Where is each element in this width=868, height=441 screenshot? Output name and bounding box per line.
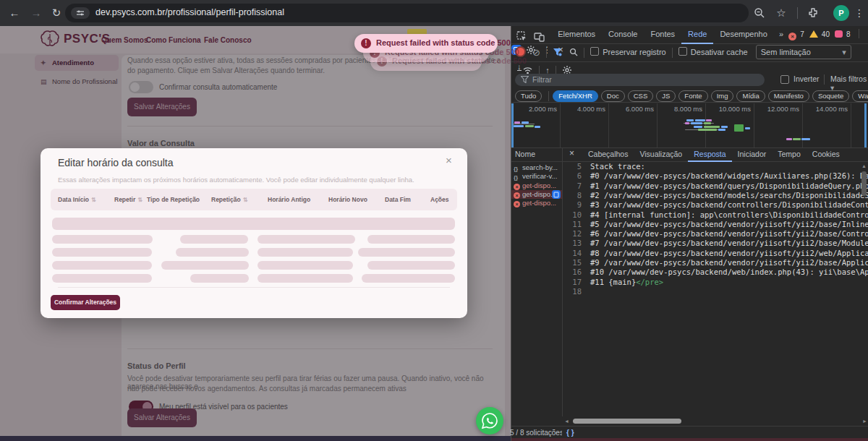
timeline-handle-right[interactable] <box>864 103 867 147</box>
code-segment: #0 /var/www/dev-psycs/backend/widgets/Au… <box>590 171 868 180</box>
zoom-icon[interactable] <box>751 0 768 26</box>
network-overview-timeline[interactable]: 2.000 ms4.000 ms6.000 ms8.000 ms10.000 m… <box>511 103 868 148</box>
type-chip-soquete[interactable]: Soquete <box>812 90 849 102</box>
waterfall-bar <box>786 138 792 140</box>
reload-icon[interactable]: ↻ <box>48 0 65 26</box>
type-chip-wasm[interactable]: Wasm <box>852 90 868 102</box>
column-header-0[interactable]: Data Início⇅ <box>58 189 96 210</box>
type-chip-fetchxhr[interactable]: Fetch/XHR <box>553 90 597 102</box>
detail-tab-cookies[interactable]: Cookies <box>807 147 846 160</box>
request-row-2[interactable]: ×get-dispo... <box>511 181 562 190</box>
type-chip-mdia[interactable]: Mídia <box>736 90 765 102</box>
throttling-select[interactable]: Sem limitação▾ <box>756 45 851 59</box>
sort-icon[interactable]: ⇅ <box>137 197 142 203</box>
column-header-5[interactable]: Horário Novo <box>328 189 367 210</box>
chip-separator <box>548 91 549 101</box>
code-segment: #8 /var/www/dev-psycs/backend/vendor/yii… <box>590 249 868 257</box>
scroll-right-icon[interactable]: ► <box>862 416 867 426</box>
scroll-left-icon[interactable]: ◄ <box>564 416 569 426</box>
code-segment: #6 /var/www/dev-psycs/backend/vendor/yii… <box>590 229 868 238</box>
bookmark-star-icon[interactable]: ☆ <box>773 0 790 26</box>
line-number: 12 <box>563 229 582 238</box>
column-header-6[interactable]: Data Fim <box>385 189 411 210</box>
column-header-3[interactable]: Repetição⇅ <box>211 189 247 210</box>
type-chip-doc[interactable]: Doc <box>601 90 625 102</box>
error-badge-icon[interactable]: × <box>788 33 796 40</box>
column-label: Tipo de Repetição <box>147 196 200 203</box>
type-chip-img[interactable]: Img <box>711 90 734 102</box>
warning-badge-icon[interactable] <box>809 30 818 38</box>
sort-icon[interactable]: ⇅ <box>91 197 96 203</box>
preserve-log-checkbox[interactable] <box>590 47 599 56</box>
issues-badge-icon[interactable] <box>835 30 843 38</box>
detail-tab-cabeçalhos[interactable]: Cabeçalhos <box>582 147 634 160</box>
line-number: 9 <box>563 200 582 209</box>
modal-close-icon[interactable]: × <box>446 154 452 166</box>
column-header-2[interactable]: Tipo de Repetição <box>147 189 200 210</box>
toolbar-divider <box>797 7 798 19</box>
devtools-tab-fontes[interactable]: Fontes <box>644 26 681 43</box>
type-chip-css[interactable]: CSS <box>628 90 654 102</box>
detail-tab-resposta[interactable]: Resposta <box>688 147 731 162</box>
confirm-changes-button[interactable]: Confirmar Alterações <box>51 295 120 310</box>
disable-cache-checkbox[interactable] <box>678 47 687 56</box>
more-filters-label: Mais filtros <box>830 74 867 83</box>
inspect-element-icon[interactable] <box>516 31 527 42</box>
type-chip-js[interactable]: JS <box>656 90 676 102</box>
extensions-icon[interactable] <box>804 0 822 26</box>
line-number: 7 <box>563 181 582 190</box>
column-header-7[interactable]: Ações <box>430 189 449 210</box>
detail-tab-tempo[interactable]: Tempo <box>772 147 807 160</box>
clear-network-icon[interactable]: ⊘ <box>532 47 540 58</box>
column-header-4[interactable]: Horário Antigo <box>268 189 310 210</box>
waterfall-bar <box>514 121 520 124</box>
failed-request-icon: × <box>514 192 520 199</box>
search-network-icon[interactable] <box>569 48 578 56</box>
devtools-tab-rede[interactable]: Rede <box>681 26 713 44</box>
column-header-1[interactable]: Repetir⇅ <box>114 189 142 210</box>
request-row-1[interactable]: {}verificar-v... <box>511 172 562 181</box>
vertical-scrollbar[interactable]: ▲ <box>860 161 868 416</box>
detail-tab-iniciador[interactable]: Iniciador <box>732 147 773 160</box>
code-segment: #4 [internal function]: app\controllers\… <box>590 210 868 219</box>
type-chip-manifesto[interactable]: Manifesto <box>768 90 809 102</box>
back-icon[interactable]: ← <box>6 0 23 26</box>
profile-avatar[interactable]: P <box>833 5 849 21</box>
name-column-header[interactable]: Nome <box>515 150 535 158</box>
toolbar-separator-3 <box>672 48 673 58</box>
whatsapp-button[interactable] <box>476 407 503 434</box>
column-label: Repetir <box>114 196 135 203</box>
more-tabs-icon[interactable]: » <box>779 30 783 38</box>
sort-icon[interactable]: ⇅ <box>243 197 248 203</box>
browser-menu-icon[interactable]: ⋮ <box>852 0 867 26</box>
type-chip-fonte[interactable]: Fonte <box>678 90 707 102</box>
filter-funnel-icon[interactable] <box>553 48 562 56</box>
device-toolbar-icon[interactable] <box>534 31 545 42</box>
address-bar[interactable]: dev.psycs.com.br/profissional/perfil-pro… <box>65 4 749 22</box>
format-braces-icon[interactable]: { } <box>566 427 574 439</box>
devtools-tab-desempenho[interactable]: Desempenho <box>713 26 773 43</box>
invert-checkbox[interactable] <box>780 75 793 85</box>
forward-icon[interactable]: → <box>27 0 45 26</box>
close-detail-icon[interactable]: × <box>569 148 574 158</box>
request-row-0[interactable]: {}search-by... <box>511 163 562 172</box>
horizontal-scroll-thumb[interactable] <box>573 419 681 424</box>
type-chip-tudo[interactable]: Tudo <box>515 90 542 102</box>
code-line-11: 11#5 /var/www/dev-psycs/backend/vendor/y… <box>563 220 868 229</box>
detail-tab-visualização[interactable]: Visualização <box>634 147 688 160</box>
devtools-tab-console[interactable]: Console <box>602 26 644 43</box>
request-name: get-dispo... <box>522 190 556 198</box>
request-row-3[interactable]: ×get-dispo... <box>511 190 562 199</box>
vertical-scroll-thumb[interactable] <box>861 171 867 196</box>
timeline-gridline <box>657 103 658 147</box>
horizontal-scrollbar[interactable]: ◄ ► <box>563 416 868 426</box>
devtools-bottom-edge <box>511 438 868 441</box>
waterfall-bar <box>706 119 712 121</box>
network-filter-input[interactable]: Filtrar <box>515 74 765 86</box>
site-settings-icon[interactable] <box>71 7 90 19</box>
request-row-4[interactable]: ×get-dispo... <box>511 199 562 207</box>
har-row: ↓ <box>511 62 868 72</box>
devtools-tab-elementos[interactable]: Elementos <box>551 26 602 43</box>
scroll-up-icon[interactable]: ▲ <box>861 161 867 171</box>
column-label: Repetição <box>211 196 241 203</box>
